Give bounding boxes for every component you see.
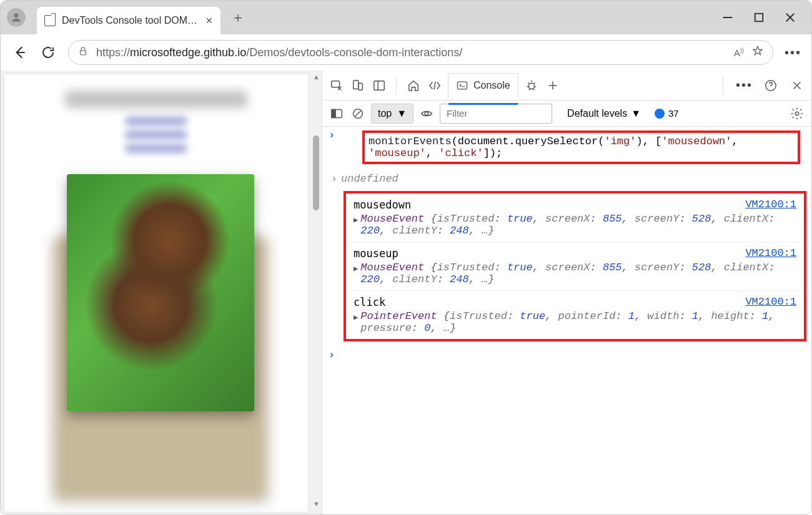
event-detail-text: MouseEvent {isTrusted: true, screenX: 85… [360,213,796,237]
console-output[interactable]: › monitorEvents(document.querySelector('… [322,127,811,515]
inspect-element-icon[interactable] [329,77,345,94]
console-filter-input[interactable] [440,104,552,124]
more-tabs-icon[interactable] [545,77,561,94]
welcome-tab-icon[interactable] [405,77,422,94]
console-input-highlight: monitorEvents(document.querySelector('im… [362,130,800,164]
window-minimize-icon[interactable] [721,11,734,24]
url-text: https://microsoftedge.github.io/Demos/de… [96,46,726,59]
clear-console-icon[interactable] [350,105,366,122]
devtools-panel: Console ••• top ▼ [322,71,811,515]
page-viewport[interactable] [1,71,322,515]
read-aloud-icon[interactable]: A)) [734,47,744,58]
chevron-down-icon: ▼ [631,108,641,119]
svg-point-23 [425,112,428,115]
svg-rect-10 [374,81,385,90]
vm-source-link[interactable]: VM2100:1 [745,199,796,210]
svg-rect-12 [458,82,467,89]
tab-close-icon[interactable]: ✕ [205,16,213,26]
svg-rect-2 [755,14,763,22]
address-bar[interactable]: https://microsoftedge.github.io/Demos/de… [68,40,773,65]
input-prompt-icon: › [329,129,337,141]
console-result: undefined [341,173,399,185]
expand-triangle-icon[interactable]: ▶ [354,264,358,273]
console-settings-icon[interactable] [789,105,805,122]
back-button[interactable] [11,44,28,61]
page-heading-placeholder [65,91,247,108]
svg-line-22 [355,110,360,116]
expand-triangle-icon[interactable]: ▶ [354,215,358,225]
console-events-highlight: mousedown VM2100:1 ▶ MouseEvent {isTrust… [344,191,806,341]
issues-count: 37 [668,108,679,119]
event-name: mouseup [354,247,399,260]
page-scrollbar[interactable] [312,73,322,510]
browser-menu-icon[interactable]: ••• [785,46,801,60]
elements-tab-icon[interactable] [427,77,443,94]
console-tab-label: Console [473,80,510,91]
toolbar-row: https://microsoftedge.github.io/Demos/de… [1,34,811,71]
favorite-star-icon[interactable] [751,45,764,61]
tab-title: DevTools Console tool DOM inte [62,15,199,26]
help-icon[interactable] [763,77,779,94]
devtools-close-icon[interactable] [789,77,805,94]
levels-label: Default levels [567,108,627,119]
svg-point-0 [14,13,19,17]
live-expression-icon[interactable] [418,105,435,122]
event-name: click [354,296,385,308]
browser-tab[interactable]: DevTools Console tool DOM inte ✕ [37,7,220,34]
profile-avatar[interactable] [7,8,26,27]
svg-rect-6 [81,51,86,55]
svg-rect-7 [332,81,340,87]
issue-dot-icon [655,109,665,119]
reload-button[interactable] [39,44,57,61]
site-lock-icon [77,46,89,60]
page-link-placeholder [126,130,186,139]
vm-source-link[interactable]: VM2100:1 [745,247,796,259]
devtools-menu-icon[interactable]: ••• [736,78,753,92]
svg-rect-9 [359,83,362,90]
event-name: mousedown [354,199,411,211]
vm-source-link[interactable]: VM2100:1 [745,296,796,308]
window-maximize-icon[interactable] [753,11,765,24]
scroll-thumb[interactable] [313,135,319,210]
page-image-alpaca[interactable] [67,174,254,411]
event-detail-text: PointerEvent {isTrusted: true, pointerId… [360,310,796,334]
dock-side-icon[interactable] [371,77,387,94]
debugger-tab-icon[interactable] [523,77,540,94]
result-mark-icon: ‹ [329,173,337,185]
expand-triangle-icon[interactable]: ▶ [354,313,358,322]
console-input-text: monitorEvents(document.querySelector('im… [369,135,738,159]
page-favicon-icon [44,15,56,26]
window-close-icon[interactable] [784,11,796,24]
svg-point-24 [795,112,799,115]
issues-badge[interactable]: 37 [655,108,679,119]
toggle-sidebar-icon[interactable] [329,105,345,122]
svg-point-13 [528,83,534,89]
window-titlebar: DevTools Console tool DOM inte ✕ ＋ [1,1,811,34]
page-link-placeholder [126,117,186,125]
context-label: top [378,108,392,119]
new-tab-button[interactable]: ＋ [229,9,247,26]
event-detail-text: MouseEvent {isTrusted: true, screenX: 85… [360,262,796,285]
log-levels-select[interactable]: Default levels ▼ [567,108,641,119]
svg-rect-8 [354,80,359,89]
svg-rect-20 [332,109,335,117]
console-tab[interactable]: Console [448,73,518,98]
console-prompt[interactable]: › [322,345,811,365]
chevron-down-icon: ▼ [397,108,407,119]
context-selector[interactable]: top ▼ [371,104,413,124]
device-toggle-icon[interactable] [350,77,366,94]
page-link-placeholder [126,144,186,153]
